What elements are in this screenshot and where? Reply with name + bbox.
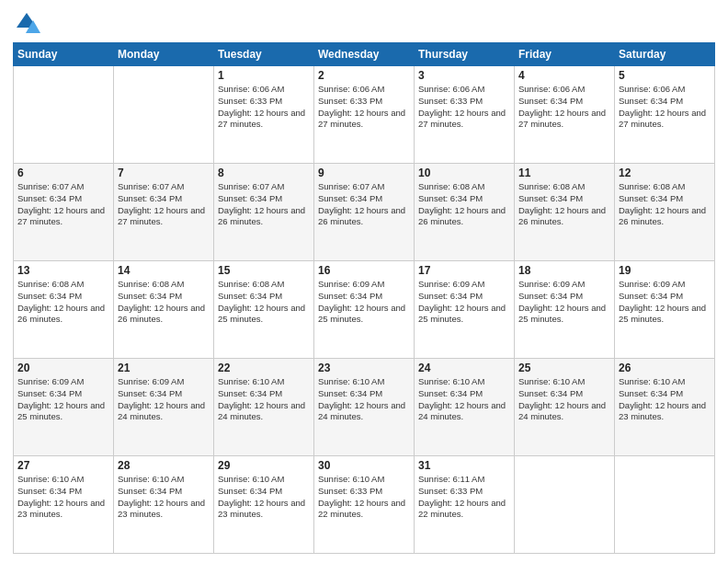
calendar-week-row: 1Sunrise: 6:06 AMSunset: 6:33 PMDaylight… [14, 66, 715, 164]
logo-icon [13, 9, 40, 37]
day-info: Sunrise: 6:08 AMSunset: 6:34 PMDaylight:… [118, 279, 210, 326]
day-number: 11 [518, 167, 610, 179]
day-number: 28 [118, 459, 210, 472]
day-number: 13 [17, 264, 109, 277]
day-info: Sunrise: 6:08 AMSunset: 6:34 PMDaylight:… [518, 181, 610, 228]
calendar-table: SundayMondayTuesdayWednesdayThursdayFrid… [13, 42, 715, 554]
page: SundayMondayTuesdayWednesdayThursdayFrid… [0, 0, 728, 563]
col-header-sunday: Sunday [14, 43, 114, 66]
day-number: 17 [418, 264, 510, 277]
day-info: Sunrise: 6:08 AMSunset: 6:34 PMDaylight:… [17, 279, 109, 326]
day-number: 27 [17, 459, 109, 472]
day-number: 23 [318, 362, 410, 374]
calendar-week-row: 20Sunrise: 6:09 AMSunset: 6:34 PMDayligh… [14, 359, 715, 456]
day-number: 26 [619, 362, 711, 374]
day-number: 10 [418, 167, 510, 179]
day-number: 25 [518, 362, 610, 374]
day-number: 6 [17, 167, 109, 179]
calendar-cell: 9Sunrise: 6:07 AMSunset: 6:34 PMDaylight… [314, 164, 415, 261]
day-number: 14 [118, 264, 210, 277]
day-number: 16 [318, 264, 410, 277]
col-header-tuesday: Tuesday [214, 43, 314, 66]
calendar-cell: 14Sunrise: 6:08 AMSunset: 6:34 PMDayligh… [114, 261, 214, 359]
day-info: Sunrise: 6:10 AMSunset: 6:34 PMDaylight:… [118, 474, 210, 521]
day-number: 9 [318, 167, 410, 179]
day-info: Sunrise: 6:10 AMSunset: 6:34 PMDaylight:… [218, 376, 310, 423]
col-header-saturday: Saturday [615, 43, 715, 66]
day-number: 31 [418, 459, 510, 472]
calendar-cell: 7Sunrise: 6:07 AMSunset: 6:34 PMDaylight… [114, 164, 214, 261]
calendar-cell: 28Sunrise: 6:10 AMSunset: 6:34 PMDayligh… [114, 456, 214, 554]
day-info: Sunrise: 6:09 AMSunset: 6:34 PMDaylight:… [118, 376, 210, 423]
day-info: Sunrise: 6:10 AMSunset: 6:34 PMDaylight:… [218, 474, 310, 521]
header [13, 9, 715, 37]
day-info: Sunrise: 6:10 AMSunset: 6:34 PMDaylight:… [418, 376, 510, 423]
day-info: Sunrise: 6:10 AMSunset: 6:34 PMDaylight:… [518, 376, 610, 423]
calendar-cell: 18Sunrise: 6:09 AMSunset: 6:34 PMDayligh… [515, 261, 615, 359]
calendar-cell: 2Sunrise: 6:06 AMSunset: 6:33 PMDaylight… [314, 66, 415, 164]
col-header-monday: Monday [114, 43, 214, 66]
day-info: Sunrise: 6:10 AMSunset: 6:34 PMDaylight:… [17, 474, 109, 521]
day-info: Sunrise: 6:07 AMSunset: 6:34 PMDaylight:… [318, 181, 410, 228]
calendar-cell: 13Sunrise: 6:08 AMSunset: 6:34 PMDayligh… [14, 261, 114, 359]
calendar-cell: 5Sunrise: 6:06 AMSunset: 6:34 PMDaylight… [615, 66, 715, 164]
calendar-cell [615, 456, 715, 554]
calendar-header-row: SundayMondayTuesdayWednesdayThursdayFrid… [14, 43, 715, 66]
calendar-cell: 4Sunrise: 6:06 AMSunset: 6:34 PMDaylight… [515, 66, 615, 164]
day-number: 24 [418, 362, 510, 374]
calendar-cell [114, 66, 214, 164]
calendar-week-row: 6Sunrise: 6:07 AMSunset: 6:34 PMDaylight… [14, 164, 715, 261]
calendar-cell: 29Sunrise: 6:10 AMSunset: 6:34 PMDayligh… [214, 456, 314, 554]
day-number: 22 [218, 362, 310, 374]
day-number: 2 [318, 69, 410, 82]
calendar-week-row: 13Sunrise: 6:08 AMSunset: 6:34 PMDayligh… [14, 261, 715, 359]
calendar-cell: 12Sunrise: 6:08 AMSunset: 6:34 PMDayligh… [615, 164, 715, 261]
calendar-cell: 10Sunrise: 6:08 AMSunset: 6:34 PMDayligh… [415, 164, 515, 261]
day-info: Sunrise: 6:09 AMSunset: 6:34 PMDaylight:… [17, 376, 109, 423]
day-number: 18 [518, 264, 610, 277]
day-info: Sunrise: 6:07 AMSunset: 6:34 PMDaylight:… [118, 181, 210, 228]
day-info: Sunrise: 6:08 AMSunset: 6:34 PMDaylight:… [418, 181, 510, 228]
day-info: Sunrise: 6:06 AMSunset: 6:34 PMDaylight:… [518, 84, 610, 131]
day-number: 8 [218, 167, 310, 179]
calendar-cell [515, 456, 615, 554]
calendar-cell: 24Sunrise: 6:10 AMSunset: 6:34 PMDayligh… [415, 359, 515, 456]
calendar-cell: 20Sunrise: 6:09 AMSunset: 6:34 PMDayligh… [14, 359, 114, 456]
calendar-cell: 30Sunrise: 6:10 AMSunset: 6:33 PMDayligh… [314, 456, 415, 554]
calendar-cell: 8Sunrise: 6:07 AMSunset: 6:34 PMDaylight… [214, 164, 314, 261]
calendar-cell: 22Sunrise: 6:10 AMSunset: 6:34 PMDayligh… [214, 359, 314, 456]
day-info: Sunrise: 6:09 AMSunset: 6:34 PMDaylight:… [518, 279, 610, 326]
calendar-cell: 3Sunrise: 6:06 AMSunset: 6:33 PMDaylight… [415, 66, 515, 164]
calendar-cell: 26Sunrise: 6:10 AMSunset: 6:34 PMDayligh… [615, 359, 715, 456]
day-info: Sunrise: 6:07 AMSunset: 6:34 PMDaylight:… [17, 181, 109, 228]
calendar-cell: 1Sunrise: 6:06 AMSunset: 6:33 PMDaylight… [214, 66, 314, 164]
day-info: Sunrise: 6:08 AMSunset: 6:34 PMDaylight:… [619, 181, 711, 228]
calendar-cell: 11Sunrise: 6:08 AMSunset: 6:34 PMDayligh… [515, 164, 615, 261]
calendar-cell: 6Sunrise: 6:07 AMSunset: 6:34 PMDaylight… [14, 164, 114, 261]
day-info: Sunrise: 6:10 AMSunset: 6:34 PMDaylight:… [619, 376, 711, 423]
col-header-friday: Friday [515, 43, 615, 66]
day-number: 21 [118, 362, 210, 374]
day-info: Sunrise: 6:10 AMSunset: 6:34 PMDaylight:… [318, 376, 410, 423]
day-number: 12 [619, 167, 711, 179]
col-header-wednesday: Wednesday [314, 43, 415, 66]
day-number: 7 [118, 167, 210, 179]
calendar-cell: 15Sunrise: 6:08 AMSunset: 6:34 PMDayligh… [214, 261, 314, 359]
day-number: 29 [218, 459, 310, 472]
day-info: Sunrise: 6:08 AMSunset: 6:34 PMDaylight:… [218, 279, 310, 326]
calendar-week-row: 27Sunrise: 6:10 AMSunset: 6:34 PMDayligh… [14, 456, 715, 554]
calendar-cell: 23Sunrise: 6:10 AMSunset: 6:34 PMDayligh… [314, 359, 415, 456]
calendar-cell: 27Sunrise: 6:10 AMSunset: 6:34 PMDayligh… [14, 456, 114, 554]
calendar-cell [14, 66, 114, 164]
day-number: 30 [318, 459, 410, 472]
calendar-cell: 17Sunrise: 6:09 AMSunset: 6:34 PMDayligh… [415, 261, 515, 359]
logo [13, 9, 44, 37]
day-info: Sunrise: 6:06 AMSunset: 6:34 PMDaylight:… [619, 84, 711, 131]
day-info: Sunrise: 6:10 AMSunset: 6:33 PMDaylight:… [318, 474, 410, 521]
day-info: Sunrise: 6:11 AMSunset: 6:33 PMDaylight:… [418, 474, 510, 521]
day-info: Sunrise: 6:09 AMSunset: 6:34 PMDaylight:… [619, 279, 711, 326]
calendar-cell: 21Sunrise: 6:09 AMSunset: 6:34 PMDayligh… [114, 359, 214, 456]
day-number: 5 [619, 69, 711, 82]
calendar-cell: 19Sunrise: 6:09 AMSunset: 6:34 PMDayligh… [615, 261, 715, 359]
day-info: Sunrise: 6:09 AMSunset: 6:34 PMDaylight:… [318, 279, 410, 326]
